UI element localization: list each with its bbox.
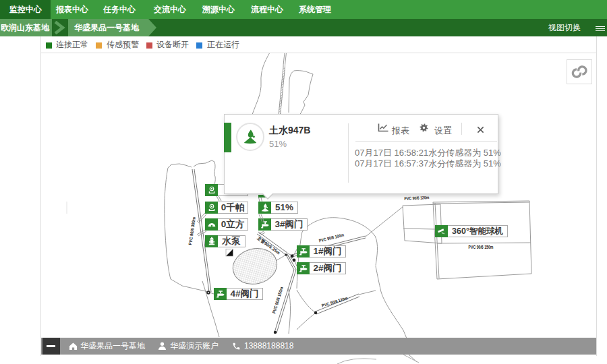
svg-text:PVC 90/6 120m: PVC 90/6 120m — [404, 195, 429, 201]
svg-text:PVC 90/6 150m: PVC 90/6 150m — [271, 286, 284, 313]
svg-text:PVC 90/6 100m: PVC 90/6 100m — [318, 233, 345, 243]
svg-text:PVC 90/6 120m: PVC 90/6 120m — [321, 295, 348, 307]
svg-text:PVC 90/6 150m: PVC 90/6 150m — [469, 245, 494, 249]
svg-text:PVC 90/6 300m: PVC 90/6 300m — [187, 216, 196, 245]
